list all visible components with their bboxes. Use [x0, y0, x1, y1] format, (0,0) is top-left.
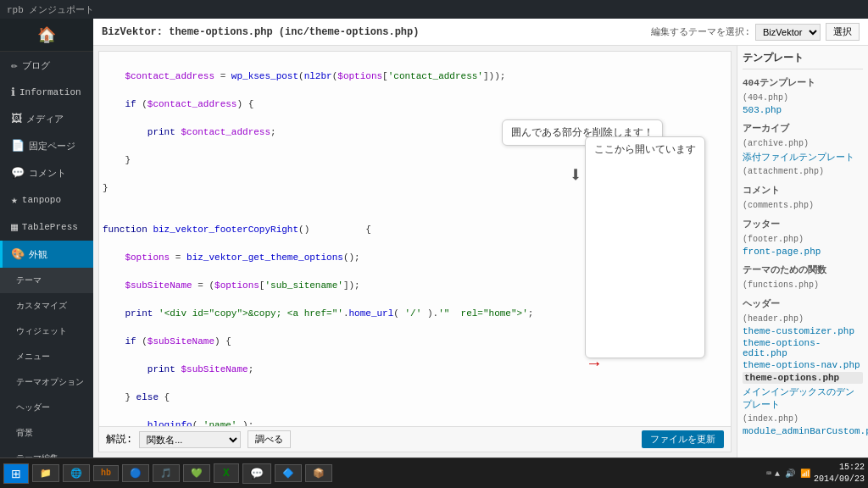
comment-icon: 💬 [11, 166, 25, 180]
blog-icon: ✏ [11, 58, 18, 72]
footer-sub: (footer.php) [743, 235, 804, 244]
clock-time: 15:22 [814, 462, 865, 474]
header-sub: (header.php) [743, 314, 804, 324]
taskbar-tray: ⌨ ▲ 🔊 📶 [766, 469, 810, 479]
template-section-header: ヘッダー [743, 297, 863, 310]
sidebar-item-customize[interactable]: カスタマイズ [0, 293, 93, 319]
search-button[interactable]: 調べる [248, 430, 291, 448]
template-link-adminbar[interactable]: module_adminBarCustom.php [743, 426, 863, 436]
functions-sub: (functions.php) [743, 280, 819, 290]
select-button[interactable]: 選択 [826, 23, 860, 41]
sidebar-item-label: 固定ページ [29, 140, 75, 152]
sidebar-item-appearance[interactable]: 🎨 外観 [0, 241, 93, 268]
template-section-comment: コメント [743, 184, 863, 197]
appearance-icon: 🎨 [11, 247, 25, 261]
annotation-text-2: ここから開いています [594, 143, 696, 155]
taskbar-item-green[interactable]: 💚 [183, 464, 210, 482]
template-panel: テンプレート 404テンプレート (404.php) 503.php アーカイブ… [737, 46, 868, 458]
sidebar-item-label: コメント [29, 167, 66, 180]
start-button[interactable]: ⊞ [3, 463, 29, 484]
page-title: BizVektor: theme-options.php (inc/theme-… [102, 26, 419, 38]
taskbar-clock: 15:22 2014/09/23 [814, 462, 865, 485]
header-controls: 編集するテーマを選択: BizVektor 選択 [651, 23, 860, 41]
comment-sub: (comments.php) [743, 201, 814, 210]
archive-sub: (archive.php) [743, 139, 809, 148]
tablepress-icon: ▦ [11, 220, 18, 234]
themes-label: テーマ [16, 274, 42, 286]
top-bar-text: rpb メンジュポート [7, 3, 94, 16]
tanpopo-icon: ★ [11, 193, 18, 207]
annotation-bubble-2: ここから開いています [585, 136, 705, 358]
function-select[interactable]: 関数名... [139, 431, 241, 448]
info-icon: ℹ [11, 86, 15, 99]
template-section-footer: フッター [743, 218, 863, 230]
taskbar-item-explorer[interactable]: 📁 [32, 464, 59, 482]
select-label: 編集するテーマを選択: [651, 25, 750, 38]
template-section-functions: テーマのための関数 [743, 263, 863, 276]
menu-label: メニュー [16, 351, 50, 363]
sidebar-item-label: tanpopo [22, 195, 61, 205]
template-link-options[interactable]: theme-options.php [743, 372, 863, 384]
theme-options-label: テーマオプション [16, 376, 84, 388]
sidebar-item-comments[interactable]: 💬 コメント [0, 159, 93, 186]
sidebar-item-label: TablePress [22, 222, 78, 232]
template-section-archive: アーカイブ [743, 122, 863, 135]
template-link-customizer[interactable]: theme-customizer.php [743, 326, 863, 336]
sidebar-item-theme-edit[interactable]: テーマ編集 [0, 446, 93, 458]
sidebar-item-header[interactable]: ヘッダー [0, 395, 93, 420]
template-link-attachment[interactable]: 添付ファイルテンプレート [743, 151, 863, 164]
annotation-arrow-1: ⬇ [569, 162, 582, 189]
taskbar-item-browser[interactable]: 🌐 [63, 464, 90, 482]
sidebar-item-tablepress[interactable]: ▦ TablePress [0, 214, 93, 241]
page-icon: 📄 [11, 139, 25, 152]
taskbar-item-excel[interactable]: X [214, 463, 239, 483]
widget-label: ウィジェット [16, 325, 67, 337]
sidebar-item-tanpopo[interactable]: ★ tanpopo [0, 186, 93, 214]
sidebar-item-background[interactable]: 背景 [0, 420, 93, 446]
background-label: 背景 [16, 427, 33, 439]
bottom-bar: 解説: 関数名... 調べる ファイルを更新 [99, 426, 731, 452]
sidebar-item-label: 外観 [29, 248, 47, 261]
template-link: (404.php) [743, 93, 788, 103]
clock-date: 2014/09/23 [814, 474, 865, 485]
sidebar-item-information[interactable]: ℹ Information [0, 79, 93, 106]
top-bar: rpb メンジュポート [0, 0, 868, 19]
sidebar-item-label: メディア [26, 113, 64, 125]
taskbar-item-line[interactable]: 💬 [242, 463, 271, 484]
template-section-404: 404テンプレート [743, 76, 863, 89]
template-link-index[interactable]: メインインデックスのデンプレート [743, 385, 863, 411]
sidebar-item-theme-options[interactable]: テーマオプション [0, 369, 93, 395]
sidebar-logo: 🏠 [0, 19, 93, 52]
tray-icons: ▲ 🔊 📶 [775, 469, 810, 479]
sidebar-item-label: ブログ [22, 59, 50, 72]
template-link-options-nav[interactable]: theme-options-nav.php [743, 360, 863, 370]
sidebar-item-label: Information [19, 87, 81, 97]
header-label: ヘッダー [16, 402, 50, 413]
index-sub: (index.php) [743, 414, 798, 424]
taskbar-item-blue2[interactable]: 🔷 [275, 464, 302, 482]
header-bar: BizVektor: theme-options.php (inc/theme-… [93, 19, 868, 46]
template-link-options-edit[interactable]: theme-options-edit.php [743, 338, 863, 358]
sidebar-item-menu[interactable]: メニュー [0, 344, 93, 369]
taskbar: ⊞ 📁 🌐 hb 🔵 🎵 💚 X 💬 🔷 📦 ⌨ ▲ 🔊 📶 15:22 201… [0, 458, 868, 488]
theme-select[interactable]: BizVektor [755, 24, 821, 41]
template-link-503[interactable]: 503.php [743, 105, 863, 115]
save-button[interactable]: ファイルを更新 [642, 430, 724, 448]
taskbar-item-hb[interactable]: hb [93, 465, 119, 481]
customize-label: カスタマイズ [16, 300, 67, 312]
sidebar-item-blog[interactable]: ✏ ブログ [0, 52, 93, 79]
sidebar-item-media[interactable]: 🖼 メディア [0, 106, 93, 132]
template-panel-title: テンプレート [743, 51, 863, 69]
sidebar-item-widget[interactable]: ウィジェット [0, 319, 93, 344]
taskbar-item-blue[interactable]: 🔵 [122, 464, 149, 482]
sidebar-item-pages[interactable]: 📄 固定ページ [0, 132, 93, 159]
media-icon: 🖼 [11, 113, 22, 125]
template-link-frontpage[interactable]: front-page.php [743, 247, 863, 257]
sidebar-item-themes[interactable]: テーマ [0, 268, 93, 293]
taskbar-item-pkg[interactable]: 📦 [305, 464, 332, 482]
bottom-label: 解説: [106, 432, 132, 446]
sidebar: 🏠 ✏ ブログ ℹ Information 🖼 メディア 📄 固定ページ 💬 コ… [0, 19, 93, 458]
keyboard-icon: ⌨ [766, 469, 771, 479]
taskbar-item-music[interactable]: 🎵 [153, 464, 180, 482]
attachment-sub: (attachment.php) [743, 167, 824, 176]
